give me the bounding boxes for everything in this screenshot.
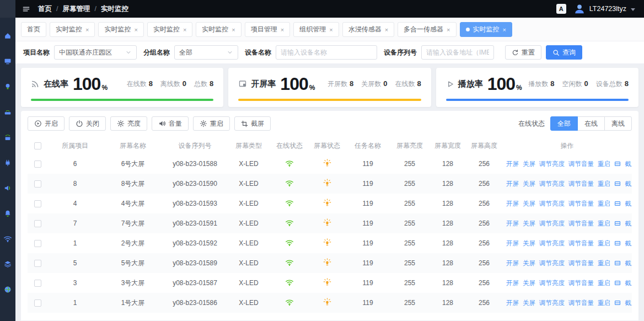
op-link-4[interactable]: 重启 — [598, 160, 610, 168]
tab-active-9[interactable]: 实时监控× — [460, 22, 512, 37]
op-link-2[interactable]: 调节亮度 — [539, 239, 565, 248]
row-checkbox[interactable] — [34, 260, 41, 267]
query-button[interactable]: 查询 — [546, 45, 582, 60]
tab-1[interactable]: 实时监控× — [50, 22, 95, 37]
tab-close-icon[interactable]: × — [329, 26, 332, 33]
reset-button[interactable]: 重置 — [505, 45, 541, 60]
toolbar-sun-button[interactable]: 亮度 — [110, 116, 147, 131]
op-link-0[interactable]: 开屏 — [506, 239, 519, 248]
screen-view-icon-link[interactable] — [614, 160, 621, 167]
op-link-3[interactable]: 调节音量 — [568, 279, 594, 287]
toolbar-volume-button[interactable]: 音量 — [152, 116, 189, 131]
screen-view-icon-link[interactable] — [614, 180, 621, 187]
op-link-4[interactable]: 重启 — [598, 220, 610, 228]
op-link-2[interactable]: 调节亮度 — [539, 160, 565, 168]
op-link-0[interactable]: 开屏 — [506, 299, 519, 307]
breadcrumb-screen-management[interactable]: 屏幕管理 — [62, 4, 90, 14]
row-checkbox[interactable] — [34, 200, 41, 207]
op-link-0[interactable]: 开屏 — [506, 200, 519, 208]
toolbar-power-button[interactable]: 关闭 — [69, 116, 106, 131]
tab-7[interactable]: 水浸传感器× — [342, 22, 394, 37]
op-link-1[interactable]: 关屏 — [523, 299, 535, 307]
tab-close-icon[interactable]: × — [232, 26, 235, 33]
op-link-2[interactable]: 调节亮度 — [539, 279, 565, 287]
row-checkbox[interactable] — [34, 160, 41, 168]
group-select[interactable]: 全部 — [174, 45, 238, 60]
screen-view-icon-link[interactable] — [614, 299, 621, 306]
op-link-2[interactable]: 调节亮度 — [539, 180, 565, 188]
op-link-3[interactable]: 调节音量 — [568, 259, 594, 268]
op-link-0[interactable]: 开屏 — [506, 160, 519, 168]
sidebar-item-screens[interactable] — [0, 49, 15, 74]
tab-6[interactable]: 组织管理× — [293, 22, 339, 37]
op-link-6[interactable]: 截屏 — [625, 160, 632, 168]
online-status-option-0[interactable]: 全部 — [550, 116, 578, 131]
op-link-6[interactable]: 截屏 — [625, 259, 632, 268]
tab-0[interactable]: 首页 — [21, 22, 46, 37]
op-link-1[interactable]: 关屏 — [523, 239, 535, 248]
op-link-2[interactable]: 调节亮度 — [539, 259, 565, 268]
op-link-3[interactable]: 调节音量 — [568, 220, 594, 228]
tab-close-icon[interactable]: × — [134, 26, 137, 33]
tab-2[interactable]: 实时监控× — [98, 22, 143, 37]
op-link-3[interactable]: 调节音量 — [568, 299, 594, 307]
op-link-4[interactable]: 重启 — [598, 299, 610, 307]
op-link-0[interactable]: 开屏 — [506, 180, 519, 188]
op-link-4[interactable]: 重启 — [598, 239, 610, 248]
op-link-6[interactable]: 截屏 — [625, 200, 632, 208]
hamburger-menu-icon[interactable] — [22, 5, 30, 13]
tab-close-icon[interactable]: × — [183, 26, 186, 33]
tab-close-icon[interactable]: × — [447, 26, 450, 33]
toolbar-play-circle-button[interactable]: 开启 — [28, 116, 65, 131]
op-link-3[interactable]: 调节音量 — [568, 180, 594, 188]
row-checkbox[interactable] — [34, 299, 41, 307]
tab-4[interactable]: 实时监控× — [196, 22, 241, 37]
sidebar-item-sensor[interactable] — [0, 125, 15, 150]
op-link-4[interactable]: 重启 — [598, 279, 610, 287]
sidebar-item-globe[interactable] — [0, 277, 15, 302]
tab-close-icon[interactable]: × — [503, 26, 506, 33]
op-link-6[interactable]: 截屏 — [625, 180, 632, 188]
op-link-3[interactable]: 调节音量 — [568, 200, 594, 208]
sidebar-item-layers[interactable] — [0, 252, 15, 277]
op-link-2[interactable]: 调节亮度 — [539, 220, 565, 228]
online-status-option-1[interactable]: 在线 — [577, 116, 605, 131]
toolbar-crop-button[interactable]: 截屏 — [234, 116, 271, 131]
row-checkbox[interactable] — [34, 240, 41, 247]
op-link-1[interactable]: 关屏 — [523, 279, 535, 287]
op-link-6[interactable]: 截屏 — [625, 279, 632, 287]
op-link-1[interactable]: 关屏 — [523, 180, 535, 188]
op-link-4[interactable]: 重启 — [598, 180, 610, 188]
screen-view-icon-link[interactable] — [614, 200, 621, 207]
op-link-6[interactable]: 截屏 — [625, 299, 632, 307]
select-all-checkbox[interactable] — [34, 142, 41, 149]
sidebar-item-speaker[interactable] — [0, 175, 15, 201]
sidebar-item-wifi[interactable] — [0, 226, 15, 252]
chevron-down-icon[interactable] — [631, 8, 635, 11]
screen-view-icon-link[interactable] — [614, 260, 621, 266]
op-link-4[interactable]: 重启 — [598, 200, 610, 208]
serial-input[interactable] — [426, 49, 489, 56]
project-select[interactable]: 中国联通亦庄园区 — [54, 45, 137, 60]
screen-view-icon-link[interactable] — [614, 280, 621, 286]
tab-close-icon[interactable]: × — [85, 26, 89, 33]
language-icon[interactable]: A — [556, 4, 566, 14]
sidebar-item-bulb[interactable] — [0, 74, 15, 99]
username[interactable]: LT24723ltyz — [589, 5, 626, 13]
online-status-option-2[interactable]: 离线 — [604, 116, 632, 131]
op-link-0[interactable]: 开屏 — [506, 259, 519, 268]
tab-8[interactable]: 多合一传感器× — [398, 22, 456, 37]
op-link-1[interactable]: 关屏 — [523, 259, 535, 268]
sidebar-item-alarm[interactable] — [0, 201, 15, 226]
device-name-input[interactable] — [281, 49, 372, 56]
op-link-0[interactable]: 开屏 — [506, 279, 519, 287]
op-link-6[interactable]: 截屏 — [625, 239, 632, 248]
op-link-3[interactable]: 调节音量 — [568, 239, 594, 248]
row-checkbox[interactable] — [34, 220, 41, 227]
sidebar-item-router[interactable] — [0, 99, 15, 125]
row-checkbox[interactable] — [34, 180, 41, 188]
tab-3[interactable]: 实时监控× — [147, 22, 192, 37]
tab-close-icon[interactable]: × — [281, 26, 284, 33]
toolbar-gear-button[interactable]: 重启 — [193, 116, 230, 131]
op-link-3[interactable]: 调节音量 — [568, 160, 594, 168]
